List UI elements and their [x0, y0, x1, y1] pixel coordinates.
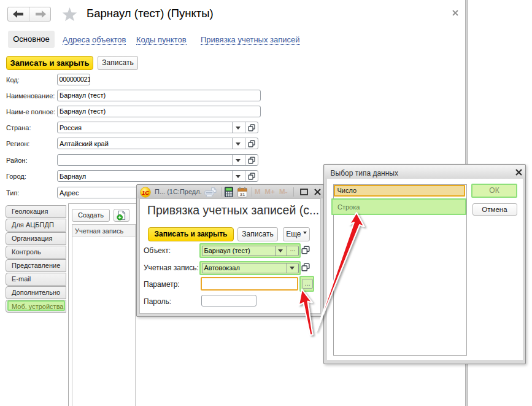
svg-text:31: 31: [240, 191, 245, 197]
svg-text:1С: 1С: [142, 189, 149, 195]
